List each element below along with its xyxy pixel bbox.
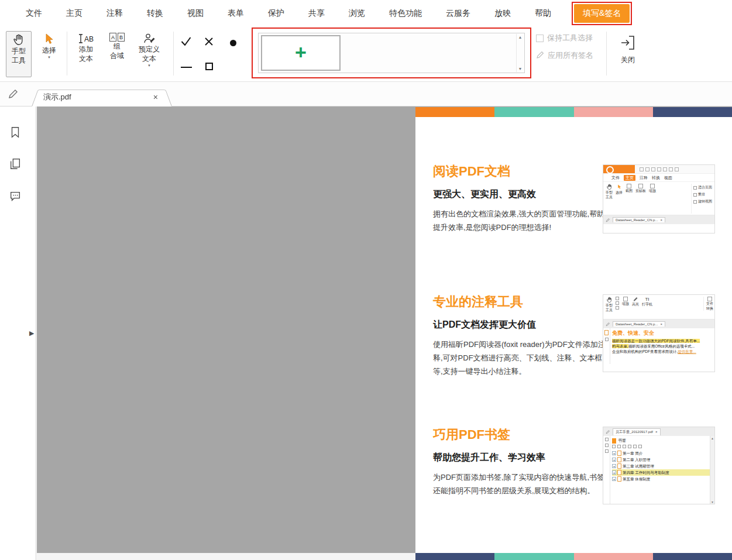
section-body: 使用福昕PDF阅读器(foxit reader)为PDF文件添加注释,可对PDF… (433, 338, 607, 378)
section-subtitle: 帮助您提升工作、学习效率 (433, 452, 607, 464)
hand-tool-button[interactable]: 手型 工具 (6, 31, 32, 77)
menu-tab-convert[interactable]: 转换 (147, 8, 163, 19)
sidebar-expand-arrow[interactable]: ▶ (29, 329, 34, 337)
thumb-bookmark-panel: 书签 +第一章 简介 +第二章 入职管理 +第三章 试用期管理 +第四章 工作时… (610, 436, 710, 504)
menu-tab-home[interactable]: 主页 (66, 8, 83, 19)
dot-stamp-button[interactable] (224, 34, 242, 51)
thumb-convert-tool: 文件转换 (703, 297, 713, 311)
document-tab[interactable]: 演示.pdf × (32, 88, 172, 106)
section-read-pdf: 阅读PDF文档 更强大、更实用、更高效 拥有出色的文档渲染效果,强大的页面管理功… (433, 163, 607, 234)
pdf-page: 阅读PDF文档 更强大、更实用、更高效 拥有出色的文档渲染效果,强大的页面管理功… (415, 107, 732, 560)
tab-close-icon[interactable]: × (153, 92, 158, 102)
thumb-highlight-tool: 高亮 (632, 297, 639, 307)
ribbon-divider (173, 32, 174, 75)
menu-tab-fill-sign[interactable]: 填写&签名 (574, 4, 630, 23)
pen-icon (536, 51, 544, 61)
thumb-menu-convert: 转换 (652, 175, 660, 181)
cross-stamp-button[interactable] (200, 34, 218, 51)
predefined-dropdown-icon[interactable]: ▼ (147, 64, 151, 67)
thumb-tool-stack (616, 297, 619, 310)
reader-ui-thumbnail: 文件 主页 注释 转换 视图 手型工具 选择 截图 剪贴 (603, 164, 715, 233)
thumb-menu-view: 视图 (664, 175, 672, 181)
bookmarks-panel-button[interactable] (8, 125, 23, 140)
close-label: 关闭 (621, 56, 635, 64)
select-tool-button[interactable]: 选择 ▼ (36, 31, 62, 77)
thumb-titlebar-icons (635, 165, 679, 173)
menu-tab-form[interactable]: 表单 (228, 8, 244, 19)
plus-icon: + (295, 42, 307, 62)
select-cursor-icon (43, 33, 55, 46)
thumb-snapshot-tool: 截图 (626, 184, 633, 214)
thumb-tab-bar: Datasheet_Reader_CN.p...× (603, 319, 714, 328)
menu-tab-cloud[interactable]: 云服务 (446, 8, 470, 19)
thumb-clipboard-tool: 剪贴板 (635, 184, 646, 214)
select-dropdown-icon[interactable]: ▼ (47, 56, 51, 59)
thumb-text-area: 免费、快速、安全 福昕阅读器是一款功能强大的PDF阅读软件,具有丰... 档与表… (610, 328, 714, 364)
annotation-pencil-icon[interactable] (8, 88, 19, 102)
combine-field-label-1: 组 (114, 42, 121, 51)
menu-tab-protect[interactable]: 保护 (268, 8, 284, 19)
cross-icon (204, 37, 214, 49)
menu-tab-view[interactable]: 视图 (187, 8, 204, 19)
scroll-up-button[interactable]: ▲ (518, 35, 523, 39)
menu-tab-file[interactable]: 文件 (26, 8, 42, 19)
page-bottom-stripe (415, 553, 732, 560)
foxit-reader-window: 文件 主页 注释 转换 视图 表单 保护 共享 浏览 特色功能 云服务 放映 帮… (0, 0, 732, 560)
keep-tool-selected-label: 保持工具选择 (547, 33, 593, 43)
predefined-text-label-2: 文本 (142, 54, 156, 63)
predefined-text-button[interactable]: 预定义 文本 ▼ (133, 31, 165, 77)
menu-tab-help[interactable]: 帮助 (535, 8, 551, 19)
tree-item: +第五章 休假制度 (612, 476, 710, 482)
thumb-menu-home: 主页 (624, 175, 635, 181)
comments-panel-button[interactable] (8, 188, 23, 204)
tree-item: +第三章 试用期管理 (612, 463, 710, 469)
add-text-label-2: 文本 (79, 54, 93, 63)
thumb-scrollbar: ▲▼ (710, 436, 714, 504)
thumb-document-tab: Datasheet_Reader_CN.p...× (613, 321, 665, 327)
fill-sign-red-highlight-box: 填写&签名 (572, 2, 632, 25)
menu-tab-share[interactable]: 共享 (308, 8, 325, 19)
svg-text:AB: AB (84, 35, 94, 43)
apply-all-signatures-button[interactable]: 应用所有签名 (536, 50, 593, 61)
rectangle-stamp-button[interactable] (200, 57, 218, 75)
checkbox-icon[interactable] (536, 35, 544, 42)
ribbon-divider (606, 32, 607, 75)
menu-tab-comment[interactable]: 注释 (106, 8, 123, 19)
check-stamp-button[interactable] (177, 34, 195, 51)
add-text-label-1: 添加 (79, 45, 93, 54)
combine-field-button[interactable]: AB 组 合域 (103, 31, 131, 77)
bookmark-ui-thumbnail: 员工手册_20120917.pdf× 书签 +第一章 简介 +第二章 入职管理 (603, 427, 715, 504)
line-stamp-button[interactable] (177, 59, 195, 76)
line-icon (181, 67, 192, 68)
thumb-bookmark-main: 书签 +第一章 简介 +第二章 入职管理 +第三章 试用期管理 +第四章 工作时… (603, 436, 714, 504)
add-text-button[interactable]: AB 添加 文本 (71, 31, 101, 77)
thumb-pencil-icon (606, 430, 610, 434)
pages-panel-button[interactable] (8, 156, 23, 171)
thumb-titlebar (603, 165, 714, 174)
create-signature-button[interactable]: + (261, 35, 341, 71)
document-tab-title: 演示.pdf (43, 92, 71, 102)
hand-icon (12, 33, 25, 46)
close-fill-sign-button[interactable]: 关闭 (612, 32, 644, 77)
tree-item: +第二章 入职管理 (612, 456, 710, 463)
person-pen-icon (143, 33, 156, 44)
thumb-tab-bar: Datasheet_Reader_CN.p...× (603, 215, 714, 224)
thumb-zoom-tool: 缩放 (622, 297, 629, 306)
section-body: 为PDF页面添加书签,除了实现内容的快速导航,书签还能指明不同书签的层级关系,展… (433, 470, 607, 497)
check-icon (180, 36, 192, 49)
menu-tab-featured[interactable]: 特色功能 (389, 8, 422, 19)
section-heading: 阅读PDF文档 (433, 163, 607, 180)
thumb-content: 免费、快速、安全 福昕阅读器是一款功能强大的PDF阅读软件,具有丰... 档与表… (603, 328, 714, 364)
thumb-sidebar (603, 436, 610, 504)
comment-ui-thumbnail: 手型工具 缩放 高亮 TI 打字机 文件转换 (603, 294, 715, 372)
tree-item-selected: +第四章 工作时间与考勤制度 (612, 469, 710, 476)
thumb-pencil-icon (606, 218, 610, 222)
thumb-panel-header: 书签 (612, 438, 710, 444)
scroll-down-button[interactable]: ▼ (518, 67, 523, 71)
keep-tool-selected-option[interactable]: 保持工具选择 (536, 33, 593, 43)
menu-tab-slideshow[interactable]: 放映 (494, 8, 511, 19)
thumb-tab-bar: 员工手册_20120917.pdf× (603, 427, 714, 436)
thumb-bookmark-icon (612, 438, 616, 444)
menu-tab-browse[interactable]: 浏览 (349, 8, 365, 19)
thumb-toolbar: 手型工具 选择 截图 剪贴板 缩放 适合页面 重排 旋转视图 (603, 182, 714, 215)
